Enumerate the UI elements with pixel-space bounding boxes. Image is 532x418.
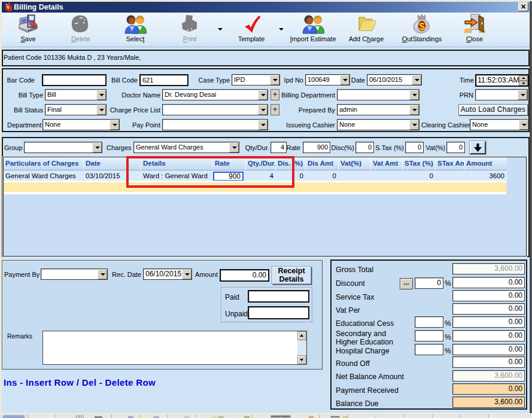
svg-text:$: $ xyxy=(419,21,425,32)
